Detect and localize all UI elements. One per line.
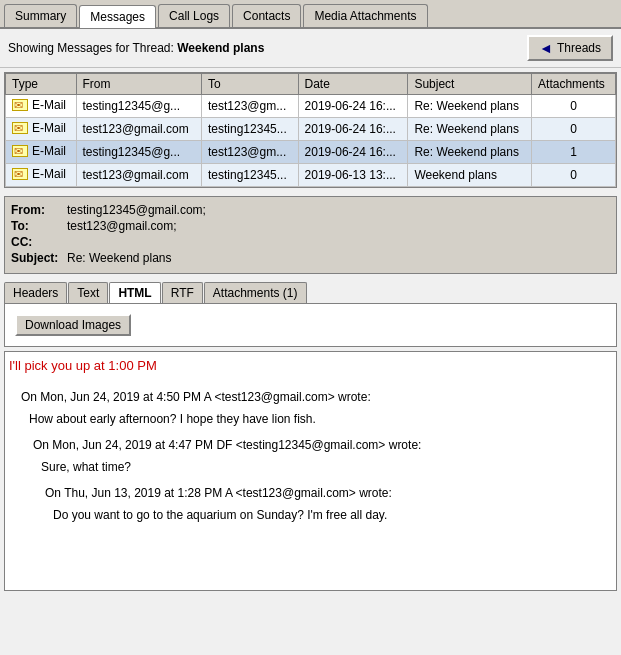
col-header-attachments[interactable]: Attachments [532, 74, 616, 95]
cell-type: E-Mail [6, 164, 77, 187]
quote1: On Mon, Jun 24, 2019 at 4:50 PM A <test1… [21, 388, 612, 524]
messages-table-container: Type From To Date Subject Attachments E-… [4, 72, 617, 188]
cell-attachments: 0 [532, 95, 616, 118]
subject-label: Subject: [11, 251, 63, 265]
cell-date: 2019-06-24 16:... [298, 95, 408, 118]
cell-type: E-Mail [6, 118, 77, 141]
sub-tab-text[interactable]: Text [68, 282, 108, 303]
table-row[interactable]: E-Mailtesting12345@g...test123@gm...2019… [6, 95, 616, 118]
top-tabs: Summary Messages Call Logs Contacts Medi… [0, 0, 621, 29]
cell-type: E-Mail [6, 141, 77, 164]
cell-to: testing12345... [202, 164, 299, 187]
showing-prefix: Showing Messages for Thread: [8, 41, 174, 55]
nested-quote1: On Mon, Jun 24, 2019 at 4:47 PM DF <test… [33, 436, 612, 524]
content-area: Download Images [4, 303, 617, 347]
subject-value: Re: Weekend plans [67, 251, 172, 265]
cell-date: 2019-06-24 16:... [298, 118, 408, 141]
download-images-button[interactable]: Download Images [15, 314, 131, 336]
nested-quote2-header: On Thu, Jun 13, 2019 at 1:28 PM A <test1… [45, 484, 612, 502]
nested-quote2: On Thu, Jun 13, 2019 at 1:28 PM A <test1… [45, 484, 612, 524]
main-body-text: I'll pick you up at 1:00 PM [9, 356, 612, 376]
cell-type: E-Mail [6, 95, 77, 118]
sub-tabs: Headers Text HTML RTF Attachments (1) [4, 282, 617, 303]
detail-section: From: testing12345@gmail.com; To: test12… [4, 196, 617, 274]
threads-arrow-icon: ◄ [539, 40, 553, 56]
cell-date: 2019-06-13 13:... [298, 164, 408, 187]
threads-button[interactable]: ◄ Threads [527, 35, 613, 61]
cell-subject: Re: Weekend plans [408, 118, 532, 141]
tab-messages[interactable]: Messages [79, 5, 156, 28]
to-value: test123@gmail.com; [67, 219, 177, 233]
col-header-from[interactable]: From [76, 74, 201, 95]
cell-to: testing12345... [202, 118, 299, 141]
col-header-to[interactable]: To [202, 74, 299, 95]
table-row[interactable]: E-Mailtesting12345@g...test123@gm...2019… [6, 141, 616, 164]
cell-attachments: 0 [532, 118, 616, 141]
main-wrapper: Summary Messages Call Logs Contacts Medi… [0, 0, 621, 655]
email-envelope-icon [12, 145, 28, 157]
sub-tab-html[interactable]: HTML [109, 282, 160, 303]
cell-to: test123@gm... [202, 95, 299, 118]
tab-contacts[interactable]: Contacts [232, 4, 301, 27]
detail-to-row: To: test123@gmail.com; [11, 219, 610, 233]
table-row[interactable]: E-Mailtest123@gmail.comtesting12345...20… [6, 164, 616, 187]
cell-from: testing12345@g... [76, 141, 201, 164]
detail-cc-row: CC: [11, 235, 610, 249]
cell-from: test123@gmail.com [76, 118, 201, 141]
email-envelope-icon [12, 122, 28, 134]
col-header-type[interactable]: Type [6, 74, 77, 95]
email-body: I'll pick you up at 1:00 PM On Mon, Jun … [4, 351, 617, 591]
cell-from: test123@gmail.com [76, 164, 201, 187]
cell-subject: Re: Weekend plans [408, 95, 532, 118]
body-text: I'll pick you up at 1:00 PM On Mon, Jun … [9, 356, 612, 524]
cell-to: test123@gm... [202, 141, 299, 164]
showing-label: Showing Messages for Thread: Weekend pla… [8, 41, 264, 55]
tab-summary[interactable]: Summary [4, 4, 77, 27]
sub-tab-rtf[interactable]: RTF [162, 282, 203, 303]
detail-subject-row: Subject: Re: Weekend plans [11, 251, 610, 265]
sub-tab-attachments[interactable]: Attachments (1) [204, 282, 307, 303]
cell-attachments: 1 [532, 141, 616, 164]
email-envelope-icon [12, 99, 28, 111]
sub-tab-headers[interactable]: Headers [4, 282, 67, 303]
col-header-date[interactable]: Date [298, 74, 408, 95]
to-label: To: [11, 219, 63, 233]
cc-label: CC: [11, 235, 63, 249]
email-envelope-icon [12, 168, 28, 180]
cell-subject: Weekend plans [408, 164, 532, 187]
cell-date: 2019-06-24 16:... [298, 141, 408, 164]
detail-from-row: From: testing12345@gmail.com; [11, 203, 610, 217]
nested-quote1-header: On Mon, Jun 24, 2019 at 4:47 PM DF <test… [33, 436, 612, 454]
top-bar: Showing Messages for Thread: Weekend pla… [0, 29, 621, 68]
quote1-header: On Mon, Jun 24, 2019 at 4:50 PM A <test1… [21, 388, 612, 406]
table-row[interactable]: E-Mailtest123@gmail.comtesting12345...20… [6, 118, 616, 141]
messages-table: Type From To Date Subject Attachments E-… [5, 73, 616, 187]
from-value: testing12345@gmail.com; [67, 203, 206, 217]
threads-label: Threads [557, 41, 601, 55]
nested-quote2-body: Do you want to go to the aquarium on Sun… [53, 506, 612, 524]
cell-attachments: 0 [532, 164, 616, 187]
cell-subject: Re: Weekend plans [408, 141, 532, 164]
tab-call-logs[interactable]: Call Logs [158, 4, 230, 27]
tab-media-attachments[interactable]: Media Attachments [303, 4, 427, 27]
cell-from: testing12345@g... [76, 95, 201, 118]
from-label: From: [11, 203, 63, 217]
col-header-subject[interactable]: Subject [408, 74, 532, 95]
quote1-body: How about early afternoon? I hope they h… [29, 410, 612, 428]
nested-quote1-body: Sure, what time? [41, 458, 612, 476]
thread-name: Weekend plans [177, 41, 264, 55]
